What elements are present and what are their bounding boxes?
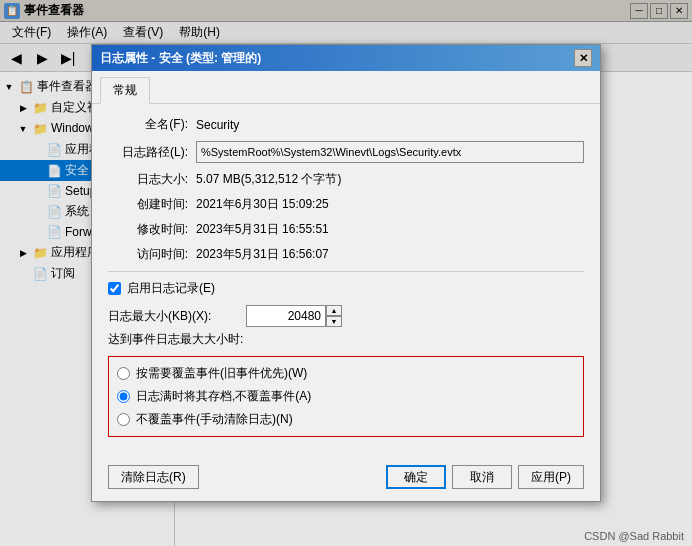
logsize-value: 5.07 MB(5,312,512 个字节) (196, 171, 341, 188)
modified-label: 修改时间: (108, 221, 188, 238)
radio-overwrite[interactable] (117, 367, 130, 380)
spinbox-container: ▲ ▼ (246, 305, 342, 327)
radio-row-overwrite: 按需要覆盖事件(旧事件优先)(W) (117, 365, 575, 382)
radio-nooverwrite-label[interactable]: 不覆盖事件(手动清除日志)(N) (136, 411, 293, 428)
maxsize-sublabel: 达到事件日志最大大小时: (108, 331, 584, 348)
dialog-tabs: 常规 (92, 71, 600, 104)
spinbox-arrows: ▲ ▼ (326, 305, 342, 327)
accessed-value: 2023年5月31日 16:56:07 (196, 246, 329, 263)
created-label: 创建时间: (108, 196, 188, 213)
radio-overwrite-label[interactable]: 按需要覆盖事件(旧事件优先)(W) (136, 365, 307, 382)
dialog-title-bar: 日志属性 - 安全 (类型: 管理的) ✕ (92, 45, 600, 71)
fullname-label: 全名(F): (108, 116, 188, 133)
logpath-label: 日志路径(L): (108, 144, 188, 161)
dialog-title: 日志属性 - 安全 (类型: 管理的) (100, 50, 574, 67)
modified-value: 2023年5月31日 16:55:51 (196, 221, 329, 238)
log-properties-dialog: 日志属性 - 安全 (类型: 管理的) ✕ 常规 全名(F): Security… (91, 44, 601, 502)
form-row-maxsize: 日志最大小(KB)(X): ▲ ▼ (108, 305, 584, 327)
radio-group: 按需要覆盖事件(旧事件优先)(W) 日志满时将其存档,不覆盖事件(A) 不覆盖事… (108, 356, 584, 437)
dialog-overlay: 日志属性 - 安全 (类型: 管理的) ✕ 常规 全名(F): Security… (0, 0, 692, 546)
form-row-logsize: 日志大小: 5.07 MB(5,312,512 个字节) (108, 171, 584, 188)
divider1 (108, 271, 584, 272)
radio-row-archive: 日志满时将其存档,不覆盖事件(A) (117, 388, 575, 405)
maxsize-spinbox[interactable] (246, 305, 326, 327)
form-row-modified: 修改时间: 2023年5月31日 16:55:51 (108, 221, 584, 238)
radio-archive-label[interactable]: 日志满时将其存档,不覆盖事件(A) (136, 388, 311, 405)
logsize-label: 日志大小: (108, 171, 188, 188)
radio-nooverwrite[interactable] (117, 413, 130, 426)
radio-archive[interactable] (117, 390, 130, 403)
dialog-close-button[interactable]: ✕ (574, 49, 592, 67)
enable-log-checkbox[interactable] (108, 282, 121, 295)
spin-down-button[interactable]: ▼ (326, 316, 342, 327)
radio-row-nooverwrite: 不覆盖事件(手动清除日志)(N) (117, 411, 575, 428)
form-row-created: 创建时间: 2021年6月30日 15:09:25 (108, 196, 584, 213)
tab-general[interactable]: 常规 (100, 77, 150, 104)
ok-button[interactable]: 确定 (386, 465, 446, 489)
main-window: 📋 事件查看器 ─ □ ✕ 文件(F) 操作(A) 查看(V) 帮助(H) ◀ … (0, 0, 692, 546)
accessed-label: 访问时间: (108, 246, 188, 263)
maxsize-label: 日志最大小(KB)(X): (108, 308, 238, 325)
apply-button[interactable]: 应用(P) (518, 465, 584, 489)
dialog-buttons: 清除日志(R) 确定 取消 应用(P) (92, 457, 600, 501)
clear-log-button[interactable]: 清除日志(R) (108, 465, 199, 489)
enable-log-row: 启用日志记录(E) (108, 280, 584, 297)
form-row-fullname: 全名(F): Security (108, 116, 584, 133)
form-row-accessed: 访问时间: 2023年5月31日 16:56:07 (108, 246, 584, 263)
dialog-content: 全名(F): Security 日志路径(L): 日志大小: 5.07 MB(5… (92, 104, 600, 457)
created-value: 2021年6月30日 15:09:25 (196, 196, 329, 213)
logpath-input (196, 141, 584, 163)
enable-log-label[interactable]: 启用日志记录(E) (127, 280, 215, 297)
cancel-button[interactable]: 取消 (452, 465, 512, 489)
form-row-logpath: 日志路径(L): (108, 141, 584, 163)
fullname-value: Security (196, 118, 239, 132)
spin-up-button[interactable]: ▲ (326, 305, 342, 316)
